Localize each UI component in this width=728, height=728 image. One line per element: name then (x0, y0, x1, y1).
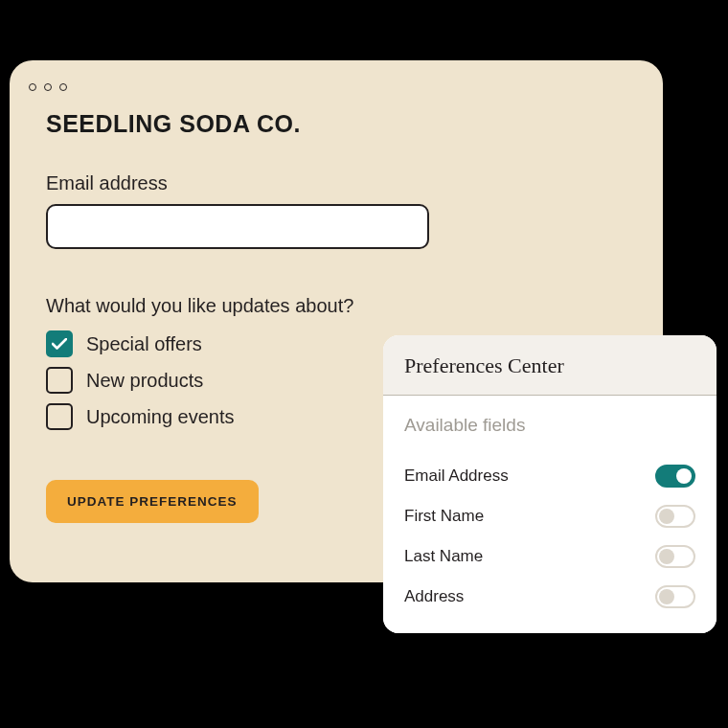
preferences-center-panel: Preferences Center Available fields Emai… (383, 335, 717, 633)
window-controls (29, 83, 626, 91)
field-row-first-name: First Name (404, 505, 695, 528)
email-label: Email address (46, 172, 626, 194)
field-row-last-name: Last Name (404, 545, 695, 568)
toggle-off-icon[interactable] (655, 505, 695, 528)
checkbox-label: Special offers (86, 333, 202, 355)
checkbox-label: New products (86, 370, 203, 392)
updates-heading: What would you like updates about? (46, 295, 626, 317)
toggle-off-icon[interactable] (655, 585, 695, 608)
update-preferences-button[interactable]: UPDATE PREFERENCES (46, 480, 259, 523)
checkbox-empty-icon (46, 367, 73, 394)
field-row-address: Address (404, 585, 695, 608)
checkbox-empty-icon (46, 403, 73, 430)
window-control-dot[interactable] (59, 83, 67, 91)
preferences-center-header: Preferences Center (383, 335, 717, 396)
preferences-center-title: Preferences Center (404, 353, 695, 378)
field-label: First Name (404, 507, 484, 526)
checkbox-label: Upcoming events (86, 406, 235, 428)
window-control-dot[interactable] (44, 83, 52, 91)
field-row-email-address: Email Address (404, 465, 695, 488)
toggle-off-icon[interactable] (655, 545, 695, 568)
toggle-on-icon[interactable] (655, 465, 695, 488)
field-label: Address (404, 587, 464, 606)
email-input[interactable] (46, 204, 429, 249)
window-control-dot[interactable] (29, 83, 36, 91)
preferences-center-body: Available fields Email Address First Nam… (383, 396, 717, 633)
available-fields-label: Available fields (404, 415, 695, 436)
brand-title: SEEDLING SODA CO. (46, 110, 626, 138)
checkbox-checked-icon (46, 330, 73, 357)
field-label: Email Address (404, 466, 509, 486)
field-label: Last Name (404, 547, 483, 566)
